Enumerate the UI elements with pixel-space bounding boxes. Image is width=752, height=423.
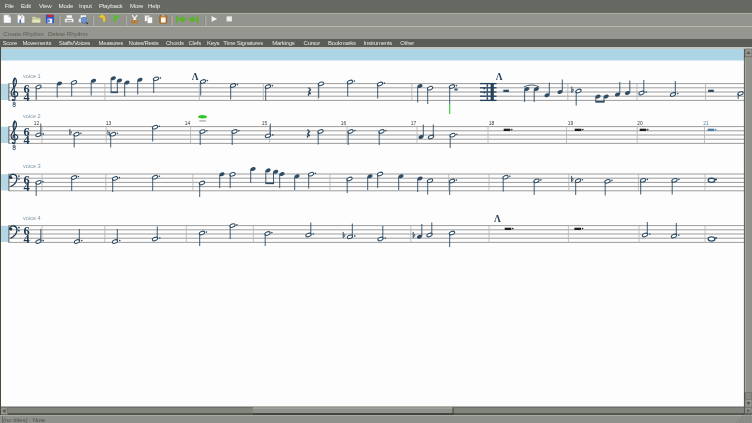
svg-text:14: 14 — [185, 121, 191, 126]
svg-text:voice 2: voice 2 — [23, 113, 41, 119]
svg-text:4: 4 — [23, 232, 29, 246]
svg-text:Λ: Λ — [496, 72, 503, 82]
svg-text:18: 18 — [489, 121, 495, 126]
svg-text:17: 17 — [411, 121, 417, 126]
svg-text:4: 4 — [23, 180, 29, 194]
svg-text:voice 4: voice 4 — [23, 215, 41, 221]
svg-text:4: 4 — [23, 90, 29, 104]
svg-text:4: 4 — [23, 133, 29, 147]
svg-text:21: 21 — [703, 121, 709, 126]
svg-text:voice 3: voice 3 — [23, 163, 41, 169]
svg-text:20: 20 — [637, 121, 643, 126]
svg-text:13: 13 — [106, 121, 112, 126]
svg-text:Λ: Λ — [494, 214, 501, 224]
svg-text:15: 15 — [262, 121, 268, 126]
svg-text:19: 19 — [568, 121, 574, 126]
svg-text:16: 16 — [341, 121, 347, 126]
svg-text:Λ: Λ — [192, 72, 199, 82]
svg-text:voice 1: voice 1 — [23, 73, 41, 79]
svg-text:12: 12 — [34, 121, 40, 126]
